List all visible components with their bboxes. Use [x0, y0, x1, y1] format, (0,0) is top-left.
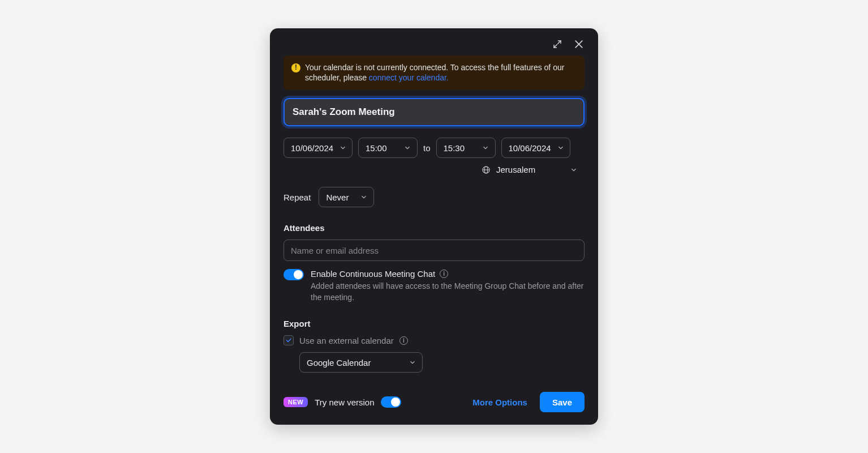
end-date-value: 10/06/2024: [509, 143, 551, 153]
info-icon[interactable]: i: [399, 336, 408, 345]
external-calendar-checkbox[interactable]: [283, 335, 294, 345]
meeting-title-input[interactable]: [283, 98, 585, 126]
continuous-chat-label: Enable Continuous Meeting Chat: [311, 269, 435, 279]
calendar-provider-value: Google Calendar: [307, 358, 371, 367]
connect-calendar-link[interactable]: connect your calendar.: [369, 73, 449, 82]
expand-icon[interactable]: [552, 39, 563, 50]
end-date-picker[interactable]: 10/06/2024: [501, 138, 570, 158]
repeat-value: Never: [326, 193, 349, 202]
chevron-down-icon: [409, 358, 416, 366]
repeat-row: Repeat Never: [283, 187, 585, 207]
modal-footer: NEW Try new version More Options Save: [283, 392, 585, 412]
modal-header: [283, 39, 585, 55]
calendar-warning-banner: ! Your calendar is not currently connect…: [283, 55, 585, 91]
repeat-label: Repeat: [283, 193, 311, 202]
repeat-picker[interactable]: Never: [319, 187, 374, 207]
export-heading: Export: [283, 319, 585, 328]
chevron-down-icon: [360, 193, 368, 201]
try-new-version-toggle[interactable]: [381, 396, 401, 408]
attendees-heading: Attendees: [283, 223, 585, 233]
datetime-row: 10/06/2024 15:00 to 15:30 10/06/2024: [283, 138, 585, 158]
save-button[interactable]: Save: [540, 392, 585, 412]
chevron-down-icon: [403, 144, 411, 152]
to-label: to: [423, 143, 431, 153]
try-new-version-label: Try new version: [315, 398, 374, 407]
chevron-down-icon: [482, 144, 489, 152]
globe-icon: [482, 165, 491, 174]
start-time-picker[interactable]: 15:00: [358, 138, 418, 158]
more-options-link[interactable]: More Options: [472, 398, 527, 407]
timezone-picker[interactable]: Jerusalem: [283, 165, 585, 174]
start-date-value: 10/06/2024: [291, 143, 333, 153]
continuous-chat-row: Enable Continuous Meeting Chat i Added a…: [283, 269, 585, 303]
timezone-value: Jerusalem: [496, 165, 536, 174]
external-calendar-row: Use an external calendar i: [283, 335, 585, 345]
continuous-chat-toggle[interactable]: [283, 269, 304, 280]
warning-icon: !: [291, 63, 300, 72]
chevron-down-icon: [557, 144, 565, 152]
new-badge: NEW: [283, 397, 308, 407]
continuous-chat-desc: Added attendees will have access to the …: [311, 281, 585, 303]
calendar-provider-picker[interactable]: Google Calendar: [299, 352, 423, 373]
schedule-meeting-modal: ! Your calendar is not currently connect…: [270, 28, 598, 425]
attendees-input[interactable]: [283, 240, 585, 261]
chevron-down-icon: [339, 144, 347, 152]
end-time-picker[interactable]: 15:30: [436, 138, 496, 158]
end-time-value: 15:30: [444, 143, 465, 153]
start-time-value: 15:00: [366, 143, 387, 153]
chevron-down-icon: [570, 166, 578, 174]
close-icon[interactable]: [573, 39, 585, 50]
info-icon[interactable]: i: [440, 270, 448, 278]
start-date-picker[interactable]: 10/06/2024: [283, 138, 353, 158]
external-calendar-label: Use an external calendar: [299, 336, 394, 345]
warning-text: Your calendar is not currently connected…: [305, 62, 577, 84]
